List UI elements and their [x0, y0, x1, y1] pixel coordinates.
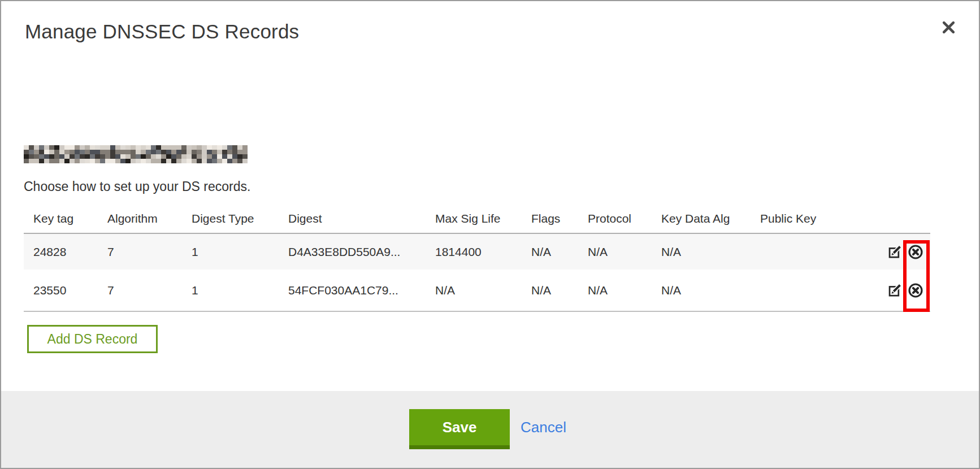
cell-public-key: [751, 270, 874, 311]
col-header-key-data-alg: Key Data Alg: [652, 212, 751, 233]
cell-algorithm: 7: [98, 270, 182, 311]
dialog-footer: Save Cancel: [1, 391, 979, 468]
edit-record-button[interactable]: [887, 283, 903, 298]
table-row: 24828 7 1 D4A33E8DD550A9... 1814400 N/A …: [24, 233, 930, 270]
cell-digest-type: 1: [182, 270, 279, 311]
col-header-flags: Flags: [522, 212, 578, 233]
ds-records-table: Key tag Algorithm Digest Type Digest Max…: [24, 212, 930, 312]
col-header-digest-type: Digest Type: [182, 212, 279, 233]
cell-protocol: N/A: [578, 233, 652, 270]
col-header-actions: [874, 212, 930, 233]
cell-protocol: N/A: [578, 270, 652, 311]
edit-record-button[interactable]: [887, 244, 903, 259]
delete-record-button[interactable]: [908, 244, 923, 260]
close-icon: [942, 20, 956, 34]
save-button[interactable]: Save: [409, 409, 510, 449]
cell-flags: N/A: [522, 233, 578, 270]
redacted-domain-name: [24, 145, 248, 163]
cell-max-sig-life: N/A: [426, 270, 522, 311]
edit-pencil-icon: [887, 291, 903, 299]
cell-digest-type: 1: [182, 233, 279, 270]
ds-records-instruction: Choose how to set up your DS records.: [24, 179, 250, 194]
table-header-row: Key tag Algorithm Digest Type Digest Max…: [24, 212, 930, 233]
page-title: Manage DNSSEC DS Records: [25, 20, 299, 43]
add-ds-record-button[interactable]: Add DS Record: [27, 325, 158, 353]
cancel-link[interactable]: Cancel: [521, 419, 566, 436]
cell-key-data-alg: N/A: [652, 233, 751, 270]
dnssec-ds-records-dialog: Manage DNSSEC DS Records Choose how to s…: [0, 0, 980, 469]
cell-algorithm: 7: [98, 233, 182, 270]
cell-digest: D4A33E8DD550A9...: [279, 233, 426, 270]
cell-digest: 54FCF030AA1C79...: [279, 270, 426, 311]
cell-public-key: [751, 233, 874, 270]
close-button[interactable]: [938, 17, 959, 37]
cell-key-tag: 24828: [24, 233, 98, 270]
table-row: 23550 7 1 54FCF030AA1C79... N/A N/A N/A …: [24, 270, 930, 311]
cell-max-sig-life: 1814400: [426, 233, 522, 270]
col-header-protocol: Protocol: [578, 212, 652, 233]
col-header-max-sig-life: Max Sig Life: [426, 212, 522, 233]
delete-record-button[interactable]: [908, 283, 923, 298]
col-header-algorithm: Algorithm: [98, 212, 182, 233]
edit-pencil-icon: [887, 253, 903, 261]
cell-key-data-alg: N/A: [652, 270, 751, 311]
delete-circle-x-icon: [908, 292, 923, 300]
col-header-digest: Digest: [279, 212, 426, 233]
cell-key-tag: 23550: [24, 270, 98, 311]
col-header-public-key: Public Key: [751, 212, 874, 233]
cell-flags: N/A: [522, 270, 578, 311]
delete-circle-x-icon: [908, 253, 923, 262]
col-header-key-tag: Key tag: [24, 212, 98, 233]
